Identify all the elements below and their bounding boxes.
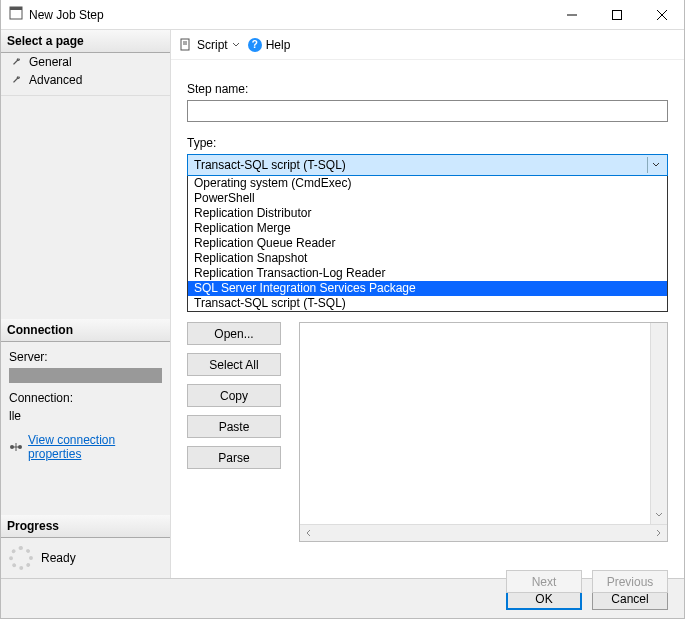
type-option[interactable]: SQL Server Integration Services Package — [188, 281, 667, 296]
type-option[interactable]: Replication Merge — [188, 221, 667, 236]
title-bar: New Job Step — [1, 0, 684, 30]
toolbar: Script ? Help — [171, 30, 684, 60]
help-label: Help — [266, 38, 291, 52]
server-value — [9, 368, 162, 383]
type-option[interactable]: Transact-SQL script (T-SQL) — [188, 296, 667, 311]
type-option[interactable]: Replication Queue Reader — [188, 236, 667, 251]
type-dropdown: Operating system (CmdExec)PowerShellRepl… — [187, 176, 668, 312]
wrench-icon — [11, 74, 23, 86]
next-button[interactable]: Next — [506, 570, 582, 593]
type-option[interactable]: Replication Transaction-Log Reader — [188, 266, 667, 281]
connection-label: Connection: — [1, 389, 170, 407]
connection-value: lle — [1, 407, 170, 425]
select-page-header: Select a page — [1, 30, 170, 53]
step-name-label: Step name: — [187, 82, 668, 96]
chevron-down-icon — [232, 41, 240, 49]
type-option[interactable]: Replication Snapshot — [188, 251, 667, 266]
wrench-icon — [11, 56, 23, 68]
type-combobox[interactable]: Transact-SQL script (T-SQL) — [187, 154, 668, 176]
help-icon: ? — [248, 38, 262, 52]
previous-button[interactable]: Previous — [592, 570, 668, 593]
chevron-right-icon — [653, 528, 663, 538]
close-button[interactable] — [639, 0, 684, 30]
script-label: Script — [197, 38, 228, 52]
horizontal-scrollbar[interactable] — [300, 524, 667, 541]
vertical-scrollbar[interactable] — [650, 323, 667, 524]
progress-header: Progress — [1, 515, 170, 538]
main-panel: Script ? Help Step name: Type: Transact-… — [171, 30, 684, 578]
sidebar-item-general[interactable]: General — [1, 53, 170, 71]
script-icon — [179, 38, 193, 52]
chevron-left-icon — [304, 528, 314, 538]
sidebar: Select a page General Advanced Connectio… — [1, 30, 171, 578]
script-button[interactable]: Script — [179, 38, 240, 52]
progress-status: Ready — [41, 551, 76, 565]
chevron-down-icon — [654, 510, 664, 520]
sidebar-item-label: Advanced — [29, 73, 82, 87]
minimize-button[interactable] — [549, 0, 594, 30]
open-button[interactable]: Open... — [187, 322, 281, 345]
type-option[interactable]: PowerShell — [188, 191, 667, 206]
parse-button[interactable]: Parse — [187, 446, 281, 469]
paste-button[interactable]: Paste — [187, 415, 281, 438]
progress-spinner-icon — [9, 546, 33, 570]
maximize-button[interactable] — [594, 0, 639, 30]
type-value: Transact-SQL script (T-SQL) — [194, 158, 346, 172]
svg-rect-1 — [10, 7, 22, 10]
type-option[interactable]: Replication Distributor — [188, 206, 667, 221]
step-name-input[interactable] — [187, 100, 668, 122]
copy-button[interactable]: Copy — [187, 384, 281, 407]
command-textarea[interactable] — [299, 322, 668, 542]
view-connection-properties-link[interactable]: View connection properties — [28, 433, 162, 461]
select-all-button[interactable]: Select All — [187, 353, 281, 376]
window-title: New Job Step — [29, 8, 104, 22]
connection-icon — [9, 440, 22, 454]
server-label: Server: — [1, 348, 170, 366]
type-label: Type: — [187, 136, 668, 150]
sidebar-item-advanced[interactable]: Advanced — [1, 71, 170, 89]
type-option[interactable]: Operating system (CmdExec) — [188, 176, 667, 191]
sidebar-item-label: General — [29, 55, 72, 69]
connection-header: Connection — [1, 319, 170, 342]
svg-rect-3 — [612, 10, 621, 19]
chevron-down-icon — [647, 157, 663, 173]
app-icon — [9, 6, 23, 23]
help-button[interactable]: ? Help — [248, 38, 291, 52]
